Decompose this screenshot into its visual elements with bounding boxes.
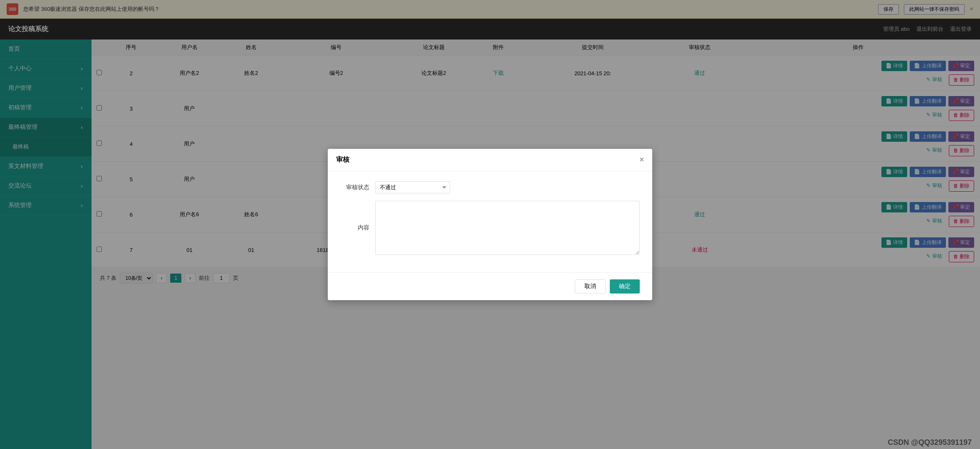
modal-footer: 取消 确定 [328,272,652,300]
status-label: 审核状态 [340,184,369,191]
content-row: 内容 [340,201,640,255]
modal-header: 审核 × [328,149,652,171]
modal-body: 审核状态 通过 不通过 内容 [328,171,652,272]
content-textarea[interactable] [375,201,640,255]
modal-close-icon[interactable]: × [639,155,644,164]
confirm-button[interactable]: 确定 [610,279,640,294]
audit-modal: 审核 × 审核状态 通过 不通过 内容 取消 确定 [328,149,652,300]
modal-title: 审核 [336,155,349,164]
cancel-button[interactable]: 取消 [575,279,606,294]
status-row: 审核状态 通过 不通过 [340,181,640,193]
modal-overlay: 审核 × 审核状态 通过 不通过 内容 取消 确定 [0,0,980,449]
status-select[interactable]: 通过 不通过 [375,181,450,193]
content-label: 内容 [340,224,369,232]
